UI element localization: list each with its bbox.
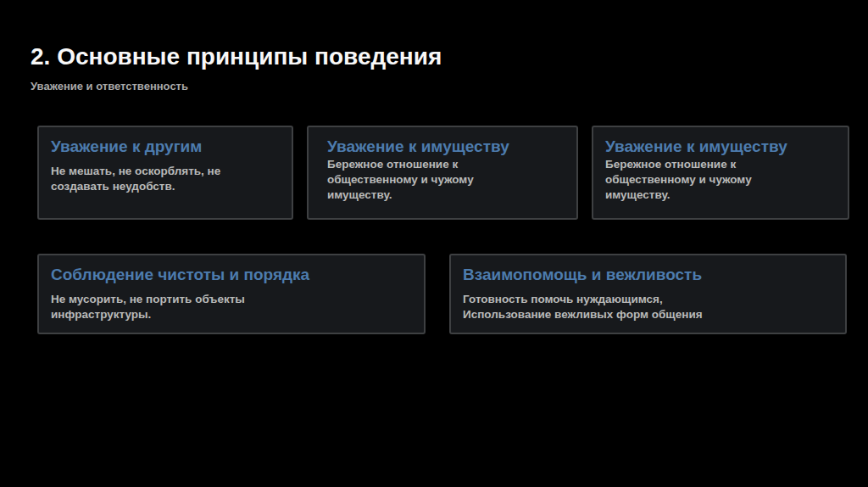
card-body-text: Бережное отношение к общественному и чуж…	[605, 157, 836, 203]
card-heading: Уважение к другим	[51, 137, 280, 156]
card-heading: Взаимопомощь и вежливость	[463, 266, 833, 284]
card-body-text: Готовность помочь нуждающимся, Использов…	[463, 292, 833, 322]
card-heading: Уважение к имуществу	[327, 137, 565, 156]
card-mutual-help-politeness: Взаимопомощь и вежливость Готовность пом…	[449, 254, 847, 334]
card-respect-others: Уважение к другим Не мешать, не оскорбля…	[37, 126, 293, 220]
card-heading: Уважение к имуществу	[605, 137, 836, 156]
card-heading: Соблюдение чистоты и порядка	[51, 266, 412, 284]
slide-subtitle: Уважение и ответственность	[31, 80, 188, 93]
card-body-text: Не мешать, не оскорблять, не создавать н…	[51, 164, 280, 194]
card-respect-property-2: Уважение к имуществу Бережное отношение …	[592, 126, 849, 220]
card-body-text: Бережное отношение к общественному и чуж…	[327, 157, 565, 203]
card-body-text: Не мусорить, не портить объекты инфрастр…	[51, 292, 412, 322]
presentation-slide: 2. Основные принципы поведения Уважение …	[0, 0, 868, 487]
card-cleanliness-order: Соблюдение чистоты и порядка Не мусорить…	[37, 254, 426, 334]
slide-title: 2. Основные принципы поведения	[31, 43, 442, 70]
card-respect-property-1: Уважение к имуществу Бережное отношение …	[307, 126, 578, 220]
